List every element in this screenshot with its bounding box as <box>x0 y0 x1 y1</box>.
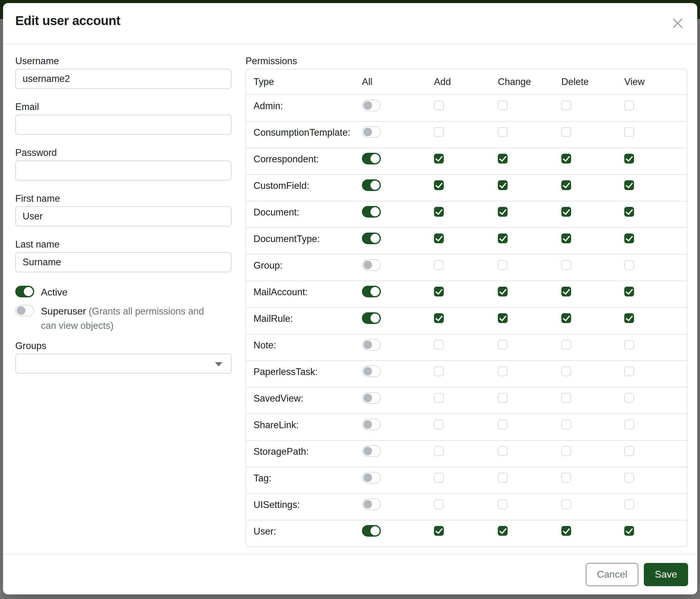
superuser-label-text: Superuser <box>41 306 86 317</box>
permission-add-checkbox[interactable] <box>434 154 444 164</box>
permission-add-checkbox[interactable] <box>434 180 444 190</box>
permission-delete-checkbox[interactable] <box>561 313 571 323</box>
permission-all-toggle[interactable] <box>362 259 381 271</box>
permission-delete-checkbox[interactable] <box>561 526 571 536</box>
email-field[interactable] <box>15 115 231 135</box>
permission-add-checkbox[interactable] <box>434 473 444 483</box>
permission-change-checkbox[interactable] <box>498 207 507 217</box>
permission-change-checkbox[interactable] <box>498 446 507 456</box>
permission-view-checkbox[interactable] <box>624 127 634 137</box>
permission-delete-checkbox[interactable] <box>561 100 571 110</box>
permission-add-checkbox[interactable] <box>434 420 444 429</box>
permission-add-checkbox[interactable] <box>434 499 444 509</box>
permission-add-checkbox[interactable] <box>434 260 444 270</box>
first-name-field[interactable] <box>15 206 231 226</box>
permission-add-checkbox[interactable] <box>434 313 444 323</box>
permission-delete-checkbox[interactable] <box>561 154 571 164</box>
permission-change-checkbox[interactable] <box>498 366 507 376</box>
cancel-button[interactable]: Cancel <box>586 563 638 586</box>
permission-row: PaperlessTask: <box>246 360 687 387</box>
last-name-field[interactable] <box>15 252 231 272</box>
permission-delete-checkbox[interactable] <box>561 260 571 270</box>
password-field[interactable] <box>15 161 231 181</box>
permission-all-toggle[interactable] <box>362 286 381 297</box>
permission-delete-checkbox[interactable] <box>561 473 571 483</box>
permission-delete-checkbox[interactable] <box>561 127 571 137</box>
permission-change-checkbox[interactable] <box>498 127 507 137</box>
permission-change-checkbox[interactable] <box>498 154 507 164</box>
username-input[interactable] <box>15 69 231 89</box>
permission-add-checkbox[interactable] <box>434 127 444 137</box>
permission-change-checkbox[interactable] <box>498 499 507 509</box>
save-button[interactable]: Save <box>644 563 688 586</box>
active-toggle[interactable] <box>15 286 34 297</box>
permission-delete-checkbox[interactable] <box>561 499 571 509</box>
permission-delete-checkbox[interactable] <box>561 180 571 190</box>
permission-change-checkbox[interactable] <box>498 340 507 350</box>
permission-all-toggle[interactable] <box>362 312 381 324</box>
permission-add-checkbox[interactable] <box>434 287 444 296</box>
permission-all-toggle[interactable] <box>362 445 381 457</box>
permission-view-checkbox[interactable] <box>624 234 634 243</box>
permission-change-checkbox[interactable] <box>498 100 507 110</box>
permission-add-checkbox[interactable] <box>434 234 444 243</box>
permission-delete-checkbox[interactable] <box>561 366 571 376</box>
permission-view-checkbox[interactable] <box>624 207 634 217</box>
permission-all-toggle[interactable] <box>362 179 381 191</box>
permission-change-checkbox[interactable] <box>498 180 507 190</box>
permission-change-checkbox[interactable] <box>498 473 507 483</box>
permission-delete-checkbox[interactable] <box>561 446 571 456</box>
password-group: Password <box>15 148 231 181</box>
close-icon[interactable] <box>670 16 685 30</box>
permission-all-toggle[interactable] <box>362 206 381 218</box>
permission-change-checkbox[interactable] <box>498 260 507 270</box>
edit-user-account-modal: Edit user account Username Email Passwor… <box>3 3 697 594</box>
permission-view-checkbox[interactable] <box>624 393 634 403</box>
permission-add-checkbox[interactable] <box>434 526 444 536</box>
permission-delete-checkbox[interactable] <box>561 287 571 296</box>
permission-all-toggle[interactable] <box>362 365 381 377</box>
permission-all-toggle[interactable] <box>362 472 381 483</box>
permission-all-toggle[interactable] <box>362 126 381 138</box>
permission-view-checkbox[interactable] <box>624 366 634 376</box>
permission-view-checkbox[interactable] <box>624 526 634 536</box>
permission-change-checkbox[interactable] <box>498 526 507 536</box>
permission-add-checkbox[interactable] <box>434 366 444 376</box>
permission-delete-checkbox[interactable] <box>561 234 571 243</box>
permission-all-toggle[interactable] <box>362 392 381 404</box>
permission-view-checkbox[interactable] <box>624 340 634 350</box>
superuser-toggle[interactable] <box>15 305 34 316</box>
permission-view-checkbox[interactable] <box>624 180 634 190</box>
permission-all-toggle[interactable] <box>362 419 381 430</box>
permission-view-checkbox[interactable] <box>624 473 634 483</box>
permission-delete-checkbox[interactable] <box>561 420 571 429</box>
permission-change-checkbox[interactable] <box>498 420 507 429</box>
permission-change-checkbox[interactable] <box>498 313 507 323</box>
permission-all-toggle[interactable] <box>362 339 381 351</box>
permission-all-toggle[interactable] <box>362 499 381 510</box>
permission-change-checkbox[interactable] <box>498 234 507 243</box>
permission-delete-checkbox[interactable] <box>561 207 571 217</box>
groups-select[interactable] <box>15 354 231 374</box>
permission-all-toggle[interactable] <box>362 233 381 244</box>
permission-view-checkbox[interactable] <box>624 100 634 110</box>
permission-view-checkbox[interactable] <box>624 287 634 296</box>
permission-change-checkbox[interactable] <box>498 393 507 403</box>
permission-change-checkbox[interactable] <box>498 287 507 296</box>
permission-view-checkbox[interactable] <box>624 313 634 323</box>
permission-add-checkbox[interactable] <box>434 100 444 110</box>
permission-all-toggle[interactable] <box>362 153 381 164</box>
permission-all-toggle[interactable] <box>362 100 381 111</box>
permission-view-checkbox[interactable] <box>624 420 634 429</box>
permission-view-checkbox[interactable] <box>624 446 634 456</box>
permission-view-checkbox[interactable] <box>624 499 634 509</box>
permission-add-checkbox[interactable] <box>434 340 444 350</box>
permission-add-checkbox[interactable] <box>434 393 444 403</box>
permission-view-checkbox[interactable] <box>624 154 634 164</box>
permission-delete-checkbox[interactable] <box>561 340 571 350</box>
permission-delete-checkbox[interactable] <box>561 393 571 403</box>
permission-all-toggle[interactable] <box>362 525 381 537</box>
permission-add-checkbox[interactable] <box>434 207 444 217</box>
permission-view-checkbox[interactable] <box>624 260 634 270</box>
permission-add-checkbox[interactable] <box>434 446 444 456</box>
